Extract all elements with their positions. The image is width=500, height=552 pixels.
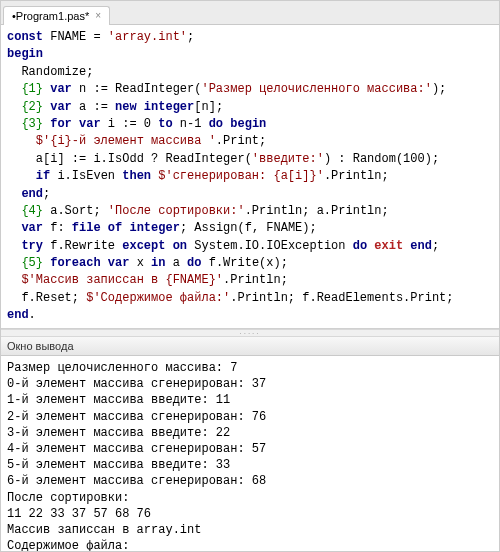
code-editor[interactable]: const FNAME = 'array.int'; begin Randomi… bbox=[1, 25, 499, 329]
cmt-1: {1} bbox=[21, 82, 43, 96]
output-line: Размер целочисленного массива: 7 bbox=[7, 361, 237, 375]
cmt-4: {4} bbox=[21, 204, 43, 218]
output-panel[interactable]: Размер целочисленного массива: 7 0-й эле… bbox=[1, 356, 499, 551]
output-line: Содержимое файла: bbox=[7, 539, 129, 551]
output-panel-title: Окно вывода bbox=[1, 337, 499, 356]
ident-fname: FNAME bbox=[50, 30, 86, 44]
output-line: 6-й элемент массива сгенерирован: 68 bbox=[7, 474, 266, 488]
output-line: 5-й элемент массива введите: 33 bbox=[7, 458, 230, 472]
output-line: 0-й элемент массива сгенерирован: 37 bbox=[7, 377, 266, 391]
output-line: 1-й элемент массива введите: 11 bbox=[7, 393, 230, 407]
output-line: 2-й элемент массива сгенерирован: 76 bbox=[7, 410, 266, 424]
cmt-2: {2} bbox=[21, 100, 43, 114]
tab-program1[interactable]: •Program1.pas* × bbox=[3, 6, 110, 25]
cmt-3: {3} bbox=[21, 117, 43, 131]
close-icon[interactable]: × bbox=[95, 11, 101, 21]
tab-label: •Program1.pas* bbox=[12, 10, 89, 22]
output-line: 4-й элемент массива сгенерирован: 57 bbox=[7, 442, 266, 456]
splitter-handle[interactable]: ····· bbox=[1, 329, 499, 337]
output-line: 3-й элемент массива введите: 22 bbox=[7, 426, 230, 440]
call-randomize: Randomize; bbox=[21, 65, 93, 79]
output-line: Массив записсан в array.int bbox=[7, 523, 201, 537]
cmt-5: {5} bbox=[21, 256, 43, 270]
kw-begin: begin bbox=[7, 47, 43, 61]
str-fname: 'array.int' bbox=[108, 30, 187, 44]
kw-end: end bbox=[7, 308, 29, 322]
kw-const: const bbox=[7, 30, 43, 44]
output-line: 11 22 33 37 57 68 76 bbox=[7, 507, 151, 521]
output-line: После сортировки: bbox=[7, 491, 129, 505]
tab-bar: •Program1.pas* × bbox=[1, 1, 499, 25]
